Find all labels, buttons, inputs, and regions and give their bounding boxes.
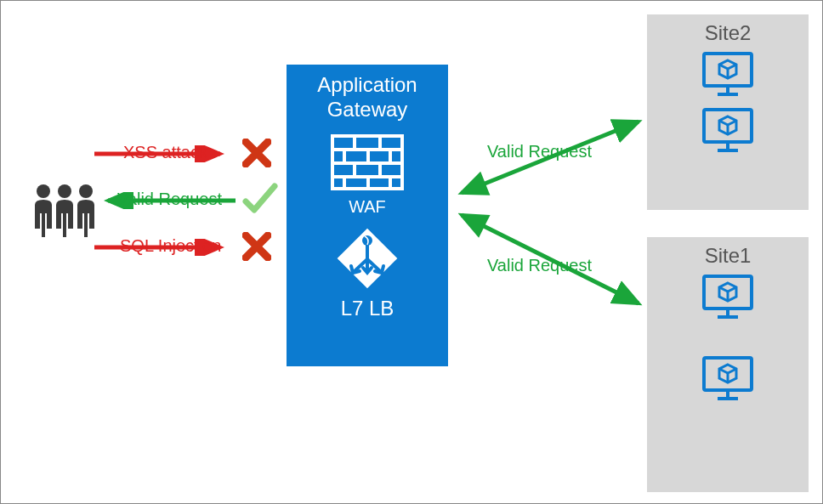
xss-label: XSS attack [123, 143, 207, 162]
cross-icon [242, 139, 271, 167]
sqli-label: SQL Injection [120, 236, 221, 256]
l7lb-label: L7 LB [287, 297, 448, 320]
cross-icon [242, 232, 271, 261]
vm-icon [701, 354, 755, 402]
vm-icon [701, 273, 755, 320]
valid-label-site2: Valid Request [487, 142, 592, 161]
load-balancer-icon [331, 222, 404, 295]
valid-label-left: Valid Request [117, 190, 222, 209]
diagram-canvas: XSS attack Valid Request SQL Injection A… [0, 0, 823, 504]
site2-title: Site2 [647, 21, 809, 45]
vm-icon [701, 50, 755, 98]
people-group-icon [31, 179, 99, 239]
application-gateway: Application Gateway WAF [287, 65, 448, 366]
users-group [31, 179, 99, 239]
site2-box: Site2 [647, 14, 809, 210]
site1-box: Site1 [647, 237, 809, 492]
firewall-icon [329, 133, 406, 192]
valid-label-site1: Valid Request [487, 256, 592, 275]
appgw-title: Application Gateway [287, 73, 448, 122]
vm-icon [701, 106, 755, 154]
appgw-title-line1: Application [317, 73, 417, 96]
appgw-title-line2: Gateway [327, 98, 408, 121]
site1-title: Site1 [647, 244, 809, 268]
svg-point-1 [58, 184, 71, 198]
svg-point-2 [79, 184, 93, 198]
check-icon [241, 181, 278, 218]
svg-point-0 [37, 184, 50, 198]
waf-label: WAF [287, 197, 448, 217]
